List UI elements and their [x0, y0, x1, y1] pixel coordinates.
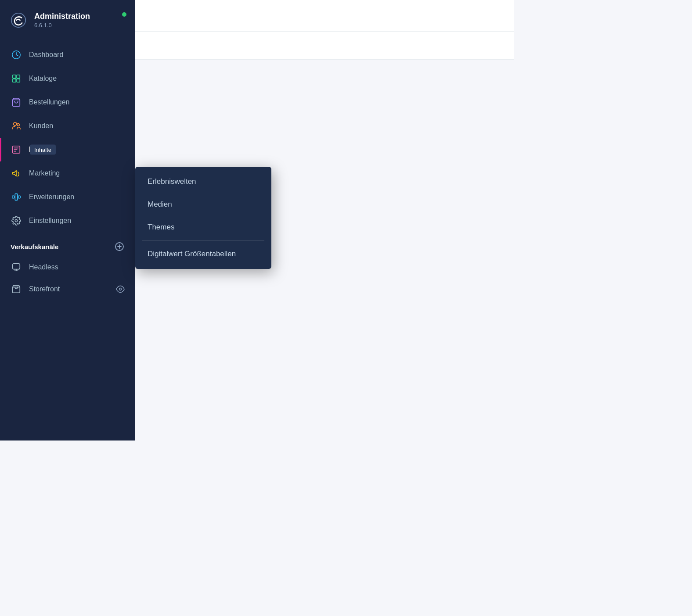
status-indicator [122, 12, 126, 17]
sidebar-item-bestellungen-label: Bestellungen [29, 98, 70, 106]
svg-rect-3 [17, 75, 20, 78]
headless-icon [11, 261, 22, 273]
app-title-block: Administration 6.6.1.0 [34, 12, 90, 29]
sidebar-item-dashboard[interactable]: Dashboard [0, 43, 135, 67]
svg-point-15 [119, 288, 122, 290]
sidebar-item-marketing-label: Marketing [29, 169, 60, 177]
svg-rect-5 [17, 79, 20, 82]
verkaufskanaele-label: Verkaufskanäle [11, 243, 58, 251]
sidebar-nav: Dashboard Kataloge [0, 39, 135, 441]
svg-rect-14 [13, 287, 20, 293]
sidebar-item-kunden-label: Kunden [29, 122, 53, 130]
inhalte-tooltip: Inhalte [30, 145, 56, 155]
sidebar-item-marketing[interactable]: Marketing [0, 161, 135, 185]
bestellungen-icon [11, 97, 22, 108]
content-header-bar [135, 0, 514, 32]
marketing-icon [11, 168, 22, 179]
svg-point-12 [15, 219, 18, 222]
kataloge-icon [11, 73, 22, 84]
inhalte-icon [11, 144, 22, 155]
sidebar-item-kataloge[interactable]: Kataloge [0, 67, 135, 90]
sidebar-item-erweiterungen-label: Erweiterungen [29, 193, 74, 201]
flyout-item-themes[interactable]: Themes [135, 216, 271, 239]
svg-rect-10 [15, 194, 18, 201]
sidebar-item-einstellungen-label: Einstellungen [29, 217, 71, 225]
sidebar-item-inhalte[interactable]: Inhalte Inhalte [0, 138, 135, 161]
app-logo [9, 11, 28, 30]
sidebar-item-dashboard-label: Dashboard [29, 51, 63, 59]
verkaufskanaele-section: Verkaufskanäle [0, 233, 135, 256]
storefront-visibility-icon[interactable] [116, 285, 125, 294]
dashboard-icon [11, 49, 22, 61]
sidebar-item-storefront[interactable]: Storefront [0, 278, 135, 300]
erweiterungen-icon [11, 191, 22, 203]
svg-point-6 [14, 122, 17, 125]
sidebar-item-bestellungen[interactable]: Bestellungen [0, 90, 135, 114]
kunden-icon [11, 120, 22, 132]
sidebar-item-erweiterungen[interactable]: Erweiterungen [0, 185, 135, 209]
svg-rect-2 [13, 75, 16, 78]
svg-rect-4 [13, 79, 16, 82]
sidebar-item-kunden[interactable]: Kunden [0, 114, 135, 138]
einstellungen-icon [11, 215, 22, 226]
sidebar-item-storefront-label: Storefront [29, 285, 60, 293]
flyout-item-medien[interactable]: Medien [135, 193, 271, 216]
sidebar-header: Administration 6.6.1.0 [0, 0, 135, 39]
sidebar-item-einstellungen[interactable]: Einstellungen [0, 209, 135, 233]
flyout-item-digitalwert[interactable]: Digitalwert Größentabellen [135, 243, 271, 265]
app-version: 6.6.1.0 [34, 22, 90, 29]
flyout-menu: Erlebniswelten Medien Themes Digitalwert… [135, 167, 271, 269]
storefront-icon [11, 283, 22, 295]
svg-point-7 [17, 124, 20, 126]
sidebar-item-headless[interactable]: Headless [0, 256, 135, 278]
add-channel-button[interactable] [114, 241, 125, 252]
sidebar-item-kataloge-label: Kataloge [29, 75, 57, 82]
sidebar: Administration 6.6.1.0 Dashboard [0, 0, 135, 441]
sidebar-item-headless-label: Headless [29, 263, 58, 271]
content-sub-bar [135, 32, 514, 60]
flyout-divider [142, 240, 264, 241]
flyout-item-erlebniswelten[interactable]: Erlebniswelten [135, 170, 271, 193]
app-title: Administration [34, 12, 90, 21]
